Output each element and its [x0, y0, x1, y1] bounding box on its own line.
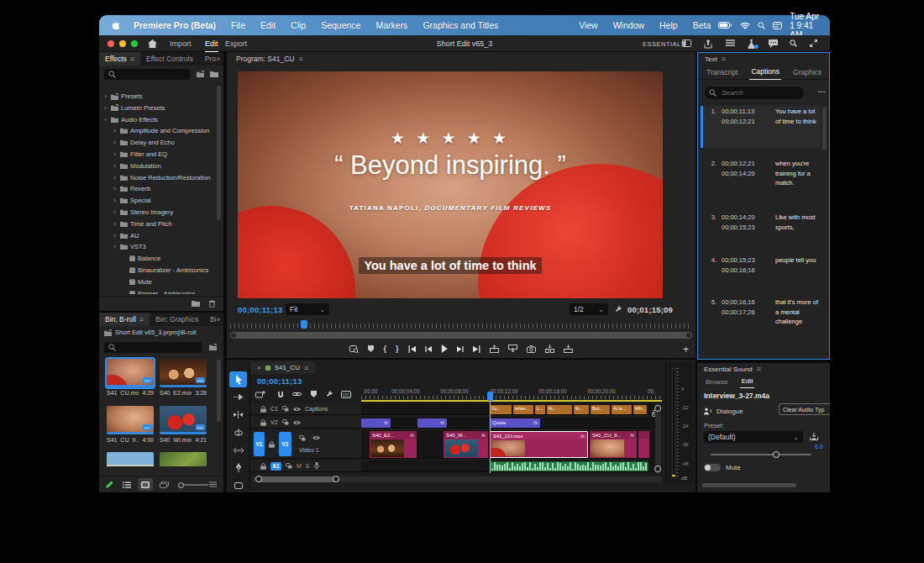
- video-clip[interactable]: S40_W...fx: [444, 431, 488, 458]
- apple-icon[interactable]: [99, 20, 126, 30]
- tab-browse[interactable]: Browse: [704, 375, 730, 388]
- sync-lock-icon[interactable]: [282, 406, 289, 412]
- mute-toggle-knob[interactable]: [705, 465, 711, 471]
- timeline-v-scrollbar[interactable]: [655, 403, 661, 474]
- caption-clip[interactable]: At le...: [612, 405, 632, 414]
- clip-thumbnail[interactable]: •••: [107, 406, 154, 434]
- tab-effects[interactable]: Effects≡: [99, 52, 140, 66]
- timeline-settings-wrench-icon[interactable]: [326, 391, 333, 398]
- add-marker-button[interactable]: [311, 391, 317, 397]
- save-preset-icon[interactable]: [810, 433, 818, 440]
- preset-dropdown[interactable]: (Default)⌄: [704, 431, 803, 443]
- tree-expand-arrow[interactable]: ›: [112, 220, 118, 228]
- caption-list-item[interactable]: 2.00;00;12;2100;00;14;20when you're trai…: [703, 159, 821, 211]
- program-timecode[interactable]: 00;00;11;13: [238, 305, 282, 314]
- lock-icon[interactable]: [260, 406, 266, 413]
- tab-bin-au[interactable]: Bin: Au: [204, 313, 216, 326]
- voiceover-mic-icon[interactable]: [314, 462, 319, 470]
- bin-grid-scrollbar[interactable]: [217, 360, 221, 422]
- tree-item-vst3[interactable]: ›VST3: [102, 241, 213, 252]
- eye-icon[interactable]: [293, 407, 301, 412]
- slider-knob[interactable]: [178, 482, 184, 488]
- eye-icon[interactable]: [312, 435, 320, 440]
- tree-expand-arrow[interactable]: ›: [112, 162, 118, 170]
- eye-icon[interactable]: [293, 420, 301, 425]
- solo-button[interactable]: S: [306, 463, 310, 469]
- timeline-ruler[interactable]: ;00;0000;00;04;0000;00;08;0000;00;12;000…: [361, 388, 662, 402]
- wifi-icon[interactable]: [740, 22, 750, 29]
- menu-item-edit[interactable]: Edit: [253, 20, 283, 30]
- tree-item-balance[interactable]: Balance: [102, 253, 213, 264]
- tree-item-modulation[interactable]: ›Modulation: [102, 160, 213, 171]
- new-custom-bin-icon[interactable]: [192, 300, 200, 307]
- playback-resolution-dropdown[interactable]: 1/2⌄: [570, 303, 608, 315]
- mark-in-button[interactable]: {: [383, 345, 386, 353]
- sync-lock-icon[interactable]: [282, 419, 289, 425]
- scrollbar-end-right[interactable]: [686, 333, 691, 338]
- clip-thumbnail[interactable]: •••: [160, 359, 207, 387]
- tree-expand-arrow[interactable]: ›: [112, 150, 118, 158]
- bin-item[interactable]: •••S40_WI.mov4:21: [160, 406, 207, 446]
- lock-icon[interactable]: [260, 419, 266, 426]
- tree-expand-arrow[interactable]: ›: [112, 127, 118, 134]
- rectangle-tool[interactable]: [229, 477, 247, 492]
- panel-menu-icon[interactable]: ≡: [757, 365, 761, 373]
- extract-button[interactable]: [508, 345, 517, 353]
- tree-item-binauralizer-ambisonics[interactable]: Binauralizer - Ambisonics: [102, 265, 213, 276]
- razor-tool[interactable]: [229, 424, 247, 440]
- linked-selection-button[interactable]: [292, 391, 302, 397]
- playhead-head[interactable]: [487, 392, 493, 401]
- scroll-handle-right[interactable]: [333, 476, 339, 482]
- comparison-view-button[interactable]: [349, 345, 359, 353]
- program-mini-ruler[interactable]: [230, 319, 692, 329]
- sync-lock-icon[interactable]: [286, 463, 292, 469]
- panel-overflow-chevron[interactable]: »: [216, 55, 223, 63]
- scroll-handle-left[interactable]: [255, 476, 262, 482]
- menu-item-markers[interactable]: Markers: [368, 20, 415, 30]
- edit-pencil-icon[interactable]: [106, 481, 113, 488]
- captions-scrollbar[interactable]: [822, 107, 827, 150]
- caption-clip[interactable]: L...: [535, 405, 545, 414]
- tree-item-time-and-pitch[interactable]: ›Time and Pitch: [102, 218, 213, 229]
- menu-item-beta[interactable]: Beta: [685, 20, 719, 30]
- clear-audio-type-button[interactable]: Clear Audio Typ: [779, 403, 830, 415]
- tree-item-mute[interactable]: Mute: [102, 276, 213, 287]
- workspaces-list-icon[interactable]: [726, 39, 735, 46]
- slip-tool[interactable]: [229, 442, 247, 458]
- search-icon[interactable]: [790, 39, 797, 47]
- caption-clip[interactable]: Yo...: [490, 405, 512, 414]
- clip-thumbnail-partial[interactable]: [107, 452, 154, 466]
- track-target-v1[interactable]: V1: [279, 432, 291, 456]
- workspace-label[interactable]: ESSENTIALS: [643, 35, 685, 52]
- menu-item-graphics-and-titles[interactable]: Graphics and Titles: [415, 20, 506, 30]
- caption-clip[interactable]: when...: [513, 405, 533, 414]
- tree-item-amplitude-and-compression[interactable]: ›Amplitude and Compression: [102, 125, 213, 136]
- battery-icon[interactable]: [718, 22, 732, 29]
- go-to-out-button[interactable]: [473, 345, 480, 353]
- tree-item-special[interactable]: ›Special: [102, 195, 213, 206]
- pen-tool[interactable]: [229, 460, 247, 476]
- freeform-view-icon[interactable]: [160, 481, 169, 488]
- sync-lock-icon[interactable]: [299, 435, 306, 441]
- tab-captions[interactable]: Captions: [749, 65, 781, 80]
- tree-expand-arrow[interactable]: ›: [102, 104, 108, 112]
- tab-bin-b-roll[interactable]: Bin: B-roll≡: [99, 313, 150, 326]
- tree-item-filter-and-eq[interactable]: ›Filter and EQ: [102, 149, 213, 160]
- menu-item-help[interactable]: Help: [652, 20, 685, 30]
- menu-item-file[interactable]: File: [223, 20, 253, 30]
- new-preset-bin-icon[interactable]: [197, 71, 204, 77]
- menu-item-window[interactable]: Window: [606, 20, 652, 30]
- tab-edit[interactable]: Edit: [740, 375, 755, 388]
- video-clip[interactable]: S40_E2...fx: [370, 431, 417, 458]
- selection-tool[interactable]: [229, 371, 247, 387]
- spotlight-search-icon[interactable]: [758, 22, 765, 29]
- tree-item-lumetri-presets[interactable]: ›Lumetri Presets: [102, 103, 213, 113]
- tree-expand-arrow[interactable]: ›: [112, 174, 118, 182]
- scroll-handle-bottom[interactable]: [654, 466, 661, 472]
- graphics-clip[interactable]: fx: [361, 418, 391, 428]
- scrollbar-thumb[interactable]: [257, 476, 338, 482]
- caption-clip[interactable]: But...: [591, 405, 610, 414]
- step-back-button[interactable]: [425, 345, 432, 353]
- clip-thumbnail-partial[interactable]: [160, 452, 207, 466]
- workspace-icon[interactable]: [682, 39, 691, 47]
